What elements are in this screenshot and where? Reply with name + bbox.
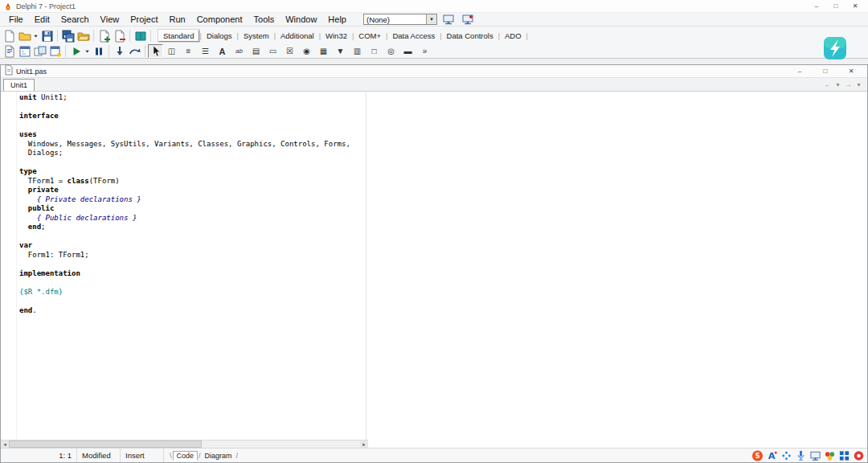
tray-sparkle-icon[interactable] [780,449,792,461]
menu-edit[interactable]: Edit [29,14,55,25]
menu-search[interactable]: Search [55,14,95,25]
checkbox-component[interactable]: ☒ [281,44,298,58]
menu-run[interactable]: Run [163,14,190,25]
listbox-component[interactable]: ▦ [315,44,332,58]
remove-file-from-project-button[interactable] [112,29,127,43]
pause-button[interactable] [91,44,106,58]
mainmenu-component[interactable]: ≡ [180,44,197,58]
open-dropdown-button[interactable] [32,29,39,43]
maximize-button[interactable]: □ [826,1,845,12]
nav-back-button[interactable]: ← [823,80,832,89]
step-over-button[interactable] [127,44,142,58]
code-line[interactable]: { Private declarations } [19,195,350,205]
open-button[interactable] [17,29,32,43]
menu-project[interactable]: Project [125,14,163,25]
open-project-button[interactable] [76,29,91,43]
new-items-button[interactable] [2,29,17,43]
frames-component[interactable]: ◫ [163,44,180,58]
tray-input-language-icon[interactable]: A [766,449,778,461]
tab-unit1[interactable]: Unit1 [3,79,35,91]
code-line[interactable]: end; [19,223,350,232]
nav-back-dropdown[interactable]: ▾ [833,80,842,89]
main-titlebar[interactable]: Delphi 7 - Project1 – □ ✕ [0,0,868,13]
tray-record-icon[interactable] [853,449,865,461]
code-line[interactable]: unit Unit1; [19,93,350,103]
code-area[interactable]: unit Unit1; interface uses Windows, Mess… [1,92,867,440]
set-debug-desktop-button[interactable] [461,13,476,27]
close-button[interactable]: ✕ [845,1,865,12]
run-dropdown-button[interactable] [84,44,91,58]
code-line[interactable]: interface [19,112,350,121]
palette-tab-win32[interactable]: Win32 [321,31,351,41]
scrollbar-thumb[interactable] [9,440,202,448]
editor-titlebar[interactable]: Unit1.pas – □ ✕ [1,65,867,78]
save-desktop-button[interactable] [441,13,457,27]
code-line[interactable]: {$R *.dfm} [19,288,350,297]
code-line[interactable] [19,121,350,131]
code-line[interactable] [19,158,350,168]
nav-forward-dropdown[interactable]: ▾ [854,80,863,89]
label-component[interactable]: A [214,44,231,58]
palette-tab-dialogs[interactable]: Dialogs [203,31,236,41]
code-line[interactable] [19,103,350,113]
code-line[interactable]: public [19,204,350,214]
editor-maximize-button[interactable]: □ [813,66,838,77]
groupbox-component[interactable]: □ [366,44,383,58]
popupmenu-component[interactable]: ☰ [197,44,214,58]
pointer-tool-button[interactable] [148,44,163,58]
tray-capture-app-icon[interactable]: S [751,449,764,461]
code-line[interactable]: var [19,241,350,251]
code-line[interactable]: implementation [19,269,350,279]
button-component[interactable]: ▭ [264,44,281,58]
palette-tab-data-access[interactable]: Data Access [388,31,439,41]
edit-component[interactable]: ab [231,44,248,58]
save-button[interactable] [39,29,55,43]
help-contents-button[interactable] [133,29,148,43]
save-all-button[interactable] [60,29,76,43]
code-line[interactable]: TForm1 = class(TForm) [19,177,350,186]
code-line[interactable]: uses [19,130,350,140]
code-line[interactable]: { Public declarations } [19,214,350,223]
desktop-layout-combo[interactable]: (None) ▼ [363,14,437,25]
menu-component[interactable]: Component [191,14,248,25]
tray-colors-icon[interactable] [824,449,836,461]
horizontal-scrollbar[interactable]: ◄ ► [1,440,368,448]
scrollbar-component[interactable]: ▥ [349,44,366,58]
code-line[interactable]: private [19,186,350,195]
code-line[interactable]: Windows, Messages, SysUtils, Variants, C… [19,140,350,150]
code-line[interactable]: type [19,167,350,177]
palette-tab-system[interactable]: System [240,31,273,41]
scroll-left-button[interactable]: ◄ [1,440,9,448]
editor-close-button[interactable]: ✕ [838,66,864,77]
code-line[interactable]: end. [19,306,350,316]
trace-into-button[interactable] [112,44,127,58]
code-line[interactable] [19,260,350,269]
menu-file[interactable]: File [3,14,29,25]
palette-tab-ado[interactable]: ADO [501,31,526,41]
code-line[interactable] [19,278,350,288]
editor-minimize-button[interactable]: – [787,66,813,77]
menu-tools[interactable]: Tools [248,14,280,25]
nav-forward-button[interactable]: → [844,80,853,89]
add-file-to-project-button[interactable] [96,29,112,43]
palette-tab-com-[interactable]: COM+ [354,31,385,41]
code-line[interactable]: Dialogs; [19,149,350,158]
menu-view[interactable]: View [95,14,125,25]
code-line[interactable]: Form1: TForm1; [19,251,350,260]
menu-window[interactable]: Window [280,14,322,25]
combo-dropdown-button[interactable]: ▼ [426,14,436,24]
palette-tab-standard[interactable]: Standard [158,30,199,42]
view-unit-button[interactable] [2,44,17,58]
radiogroup-component[interactable]: ◎ [383,44,399,58]
tray-display-icon[interactable] [809,449,821,461]
minimize-button[interactable]: – [807,1,826,12]
toggle-form-unit-button[interactable] [32,44,47,58]
scroll-right-button[interactable]: ► [360,440,368,448]
status-tab-code[interactable]: Code [173,451,199,461]
panel-component[interactable]: ▬ [399,44,416,58]
actionlist-component[interactable]: » [416,44,433,58]
floating-app-logo-icon[interactable] [823,36,847,60]
code-line[interactable] [19,232,350,242]
view-form-button[interactable] [17,44,32,58]
tray-microphone-icon[interactable] [795,449,807,461]
